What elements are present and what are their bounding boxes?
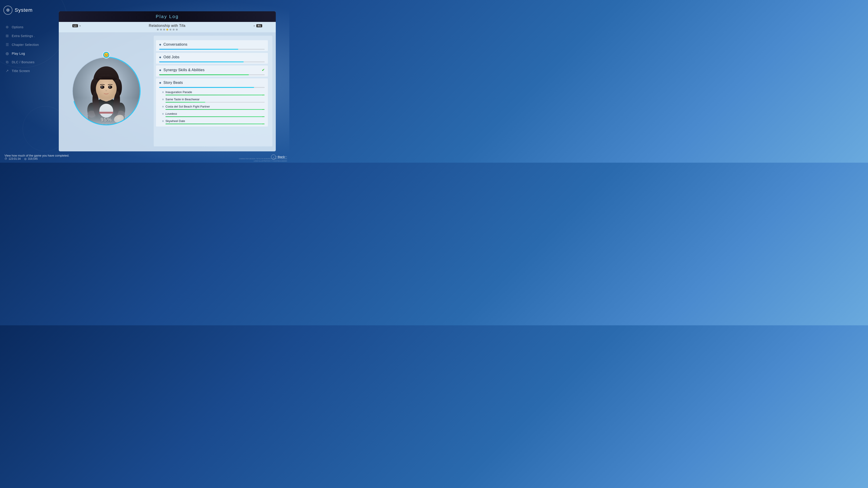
main-panel: Play Log L1 « Relationship with Tifa » R… xyxy=(59,11,276,151)
nav-label: Relationship with Tifa xyxy=(81,24,254,28)
loveless-fill: ✔ xyxy=(165,116,265,117)
sidebar-label-play-log: Play Log xyxy=(12,52,25,55)
sidebar-item-options[interactable]: ⊛ Options xyxy=(2,23,48,31)
sidebar-label-title-screen: Title Screen xyxy=(12,69,30,73)
status-group: View how much of the game you have compl… xyxy=(4,154,69,160)
same-taste-header: Same Taste in Beachwear xyxy=(162,98,265,101)
clock-icon: ⏱ xyxy=(4,157,7,160)
loveless-title: Loveless xyxy=(165,112,177,116)
odd-jobs-bullet: ◆ xyxy=(159,56,161,59)
nav-dot-4 xyxy=(169,29,171,31)
story-beats-bullet: ◆ xyxy=(159,81,161,84)
skywheel-header: Skywheel Date xyxy=(162,119,265,123)
same-taste-title: Same Taste in Beachwear xyxy=(165,98,199,101)
nav-dot-1 xyxy=(160,29,162,31)
conversations-progress-fill xyxy=(159,49,238,50)
subitem-same-taste[interactable]: Same Taste in Beachwear xyxy=(162,98,265,103)
options-icon: ⊛ xyxy=(5,25,9,29)
l1-badge: L1 xyxy=(72,24,78,27)
nav-dot-5 xyxy=(173,29,175,31)
play-log-icon: ◎ xyxy=(5,51,9,56)
conversations-bullet: ◆ xyxy=(159,43,161,46)
subitem-inauguration[interactable]: Inauguration Parade ✔ xyxy=(162,90,265,95)
synergy-progress-fill xyxy=(159,74,249,75)
story-beats-progress-bar xyxy=(159,87,265,88)
panel-nav-row: L1 « Relationship with Tifa » R1 xyxy=(72,24,262,28)
panel-header: Play Log xyxy=(59,11,276,22)
nav-dot-3 xyxy=(166,29,168,31)
nav-dot-6 xyxy=(176,29,178,31)
loveless-dot xyxy=(162,113,164,115)
same-taste-fill xyxy=(165,102,205,103)
section-story-beats[interactable]: ◆ Story Beats Inauguration Parade xyxy=(156,78,268,127)
section-odd-jobs[interactable]: ◆ Odd Jobs xyxy=(156,53,268,64)
nav-dot-2 xyxy=(163,29,165,31)
section-synergy-skills[interactable]: ◆ Synergy Skills & Abilities ✔ xyxy=(156,66,268,76)
subitem-costa[interactable]: Costa del Sol Beach Fight Partner ✔ xyxy=(162,105,265,110)
score-value: 319,545 xyxy=(28,157,37,160)
dlc-bonuses-icon: ⧉ xyxy=(5,60,9,64)
sidebar-item-chapter-selection[interactable]: ☰ Chapter Selection xyxy=(2,40,48,49)
sidebar-item-play-log[interactable]: ◎ Play Log xyxy=(2,49,48,58)
synergy-skills-header[interactable]: ◆ Synergy Skills & Abilities ✔ xyxy=(156,66,268,74)
conversations-header[interactable]: ◆ Conversations xyxy=(156,40,268,49)
relationship-panel: ◆ Conversations ◆ Odd Jobs xyxy=(154,36,272,147)
story-beats-subitems: Inauguration Parade ✔ Same Taste in Bea xyxy=(156,89,268,127)
inauguration-header: Inauguration Parade xyxy=(162,90,265,94)
nav-right[interactable]: » R1 xyxy=(253,24,262,27)
story-beats-progress-fill xyxy=(159,87,254,88)
synergy-bullet: ◆ xyxy=(159,68,161,72)
synergy-check: ✔ xyxy=(262,68,265,72)
conversations-progress-bar xyxy=(159,49,265,50)
subitem-skywheel[interactable]: Skywheel Date ✔ xyxy=(162,119,265,124)
sidebar-item-dlc-bonuses[interactable]: ⧉ DLC / Bonuses xyxy=(2,58,48,66)
status-text: View how much of the game you have compl… xyxy=(4,154,69,157)
skywheel-fill: ✔ xyxy=(165,124,265,124)
same-taste-progress xyxy=(165,102,265,103)
portrait-ring: 😊 xyxy=(70,55,143,127)
story-beats-header[interactable]: ◆ Story Beats xyxy=(156,78,268,87)
nav-dot-0 xyxy=(157,29,159,31)
synergy-title: Synergy Skills & Abilities xyxy=(163,68,259,72)
sidebar-label-dlc-bonuses: DLC / Bonuses xyxy=(12,60,35,64)
same-taste-dot xyxy=(162,99,164,100)
panel-nav: L1 « Relationship with Tifa » R1 xyxy=(59,22,276,32)
right-arrow-icon: » xyxy=(253,24,255,27)
system-icon: ⚙ xyxy=(3,6,12,15)
system-header: ⚙ System xyxy=(2,4,48,16)
synergy-progress-bar xyxy=(159,74,265,75)
nav-left[interactable]: L1 « xyxy=(72,24,81,27)
inauguration-check: ✔ xyxy=(262,95,264,95)
time-info: ⏱ 123:01:34 ◎ 319,545 xyxy=(4,157,69,160)
skywheel-progress: ✔ xyxy=(165,124,265,124)
time-value: 123:01:34 xyxy=(8,157,21,160)
percent-label: 95% xyxy=(101,117,112,123)
inauguration-dot xyxy=(162,92,164,93)
costa-progress: ✔ xyxy=(165,109,265,110)
system-title: System xyxy=(15,7,33,13)
inauguration-progress: ✔ xyxy=(165,95,265,95)
costa-dot xyxy=(162,106,164,107)
odd-jobs-progress-bar xyxy=(159,61,265,62)
title-screen-icon: ↗ xyxy=(5,69,9,73)
tifa-illustration xyxy=(73,58,140,125)
skywheel-dot xyxy=(162,121,164,122)
odd-jobs-header[interactable]: ◆ Odd Jobs xyxy=(156,53,268,61)
inauguration-title: Inauguration Parade xyxy=(165,90,192,94)
odd-jobs-title: Odd Jobs xyxy=(163,55,265,59)
copyright-text: © SQUARE ENIXCHARACTER DESIGN: TETSUYA N… xyxy=(239,156,287,162)
nav-dots xyxy=(157,29,178,31)
sidebar-label-options: Options xyxy=(12,25,24,29)
subitem-loveless[interactable]: Loveless ✔ xyxy=(162,112,265,117)
smiley-badge: 😊 xyxy=(103,51,110,59)
gear-icon: ⚙ xyxy=(6,8,10,13)
panel-content: 😊 xyxy=(59,32,276,150)
section-conversations[interactable]: ◆ Conversations xyxy=(156,40,268,51)
time-item: ⏱ 123:01:34 xyxy=(4,157,21,160)
score-icon: ◎ xyxy=(24,157,26,160)
sidebar-item-title-screen[interactable]: ↗ Title Screen xyxy=(2,66,48,75)
sidebar-item-extra-settings[interactable]: ⊞ Extra Settings . xyxy=(2,31,48,40)
costa-check: ✔ xyxy=(262,109,264,110)
score-item: ◎ 319,545 xyxy=(24,157,37,160)
story-beats-title: Story Beats xyxy=(163,80,265,85)
